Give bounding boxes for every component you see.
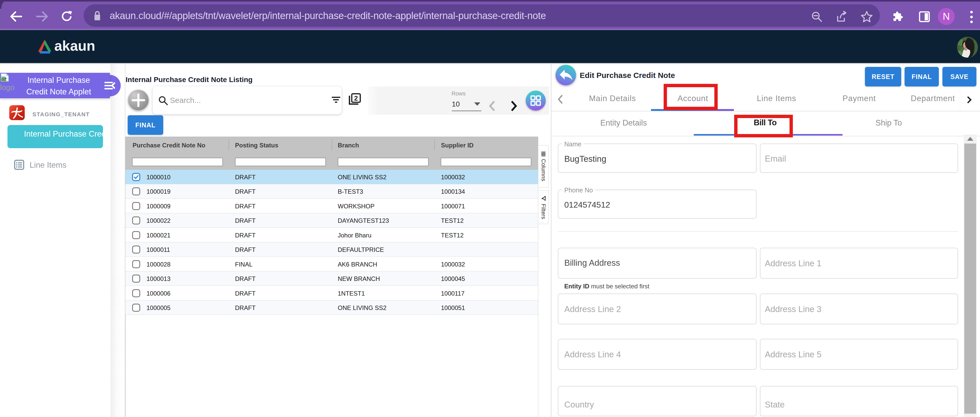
svg-text:2: 2 <box>354 94 358 102</box>
